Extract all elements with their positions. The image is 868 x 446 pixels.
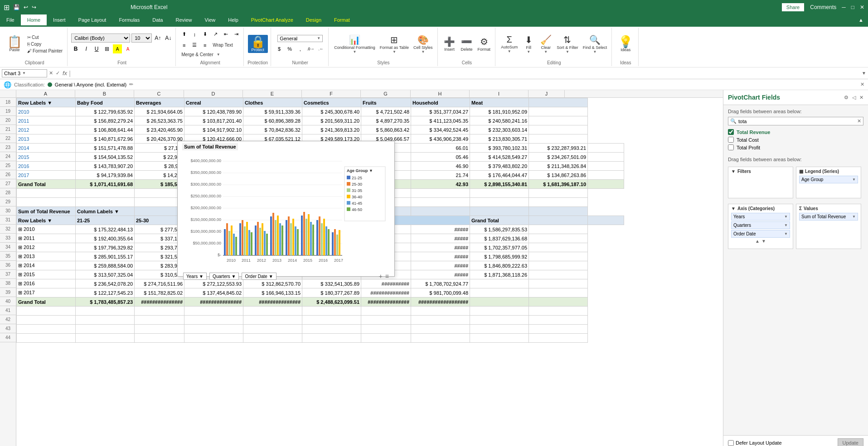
cell-33-9[interactable] (529, 234, 588, 243)
cell-43-3[interactable] (184, 325, 243, 334)
col-header-a[interactable]: A (16, 90, 75, 97)
font-family-select[interactable]: Calibri (Body) (71, 34, 130, 43)
cell-39-8[interactable] (470, 288, 529, 297)
insert-function-button[interactable]: fx (63, 70, 67, 77)
row-num-33[interactable]: 33 (0, 234, 16, 243)
cell-22-9[interactable] (529, 134, 588, 144)
cell-22-8[interactable]: $ 213,830,305.71 (470, 134, 529, 144)
insert-cells-button[interactable]: ➕ Insert (441, 35, 458, 53)
font-color-button[interactable]: A (123, 44, 132, 53)
cell-23-1[interactable]: $ 151,571,478.88 (76, 144, 135, 153)
cell-28-0[interactable] (17, 189, 76, 198)
cell-25-9[interactable]: $ 211,348,326.84 (529, 162, 588, 171)
cell-22-2[interactable]: $ 20,426,370.90 (135, 134, 184, 144)
comma-button[interactable]: , (296, 44, 305, 53)
cell-30-8[interactable] (470, 207, 529, 216)
cell-42-0[interactable] (17, 316, 76, 325)
tab-review[interactable]: Review (169, 14, 198, 27)
row-num-30[interactable]: 30 (0, 206, 16, 216)
cell-36-7[interactable]: ##### (411, 261, 470, 270)
cell-44-5[interactable] (302, 334, 361, 343)
cell-27-2[interactable]: $ 185,550 (135, 180, 184, 189)
classification-close-button[interactable]: ✕ (860, 82, 864, 87)
cell-32-8[interactable]: $ 1,586,297,835.53 (470, 225, 529, 234)
cell-41-5[interactable] (302, 307, 361, 316)
underline-button[interactable]: U (92, 44, 101, 53)
col-header-j[interactable]: J (529, 90, 565, 97)
cell-37-1[interactable]: $ 313,507,325.04 (76, 270, 135, 279)
cell-41-2[interactable] (135, 307, 184, 316)
pivot-field-total-revenue[interactable]: Total Revenue (728, 128, 863, 136)
cell-26-7[interactable]: 21.74 (411, 171, 470, 180)
axis-years-item[interactable]: Years ▼ (731, 213, 790, 221)
cell-39-4[interactable]: $ 166,946,133.15 (243, 288, 302, 297)
cell-44-7[interactable] (411, 334, 470, 343)
indent-decrease-button[interactable]: ⇤ (221, 30, 230, 39)
cell-19-7[interactable]: $ 351,377,034.27 (411, 107, 470, 116)
pivot-search-box[interactable]: 🔍 ✕ (728, 117, 863, 125)
defer-checkbox[interactable] (728, 440, 734, 446)
italic-button[interactable]: I (82, 44, 91, 53)
quarters-filter-button[interactable]: Quarters ▼ (209, 273, 239, 280)
axis-quarters-item[interactable]: Quarters ▼ (731, 221, 790, 229)
cell-21-0[interactable]: 2012 (17, 125, 76, 134)
col-header-h[interactable]: H (411, 90, 470, 97)
font-size-select[interactable]: 10 (131, 34, 152, 43)
cell-40-3[interactable]: ############### (184, 297, 243, 307)
cell-40-5[interactable]: $ 2,488,623,099.51 (302, 297, 361, 307)
cell-37-8[interactable]: $ 1,871,368,118.26 (470, 270, 529, 279)
cell-39-3[interactable]: $ 137,454,845.02 (184, 288, 243, 297)
cell-40-4[interactable]: ############### (243, 297, 302, 307)
text-direction-button[interactable]: ↗ (211, 30, 220, 39)
bold-button[interactable]: B (71, 44, 80, 53)
cell-43-7[interactable] (411, 325, 470, 334)
pivot-search-input[interactable] (738, 119, 855, 124)
quick-access-redo[interactable]: ↪ (32, 4, 36, 10)
pivot-settings-icon[interactable]: ⚙ (844, 95, 849, 101)
chart-filter-icon[interactable]: ≡ (385, 273, 389, 280)
cell-25-7[interactable]: 46.90 (411, 162, 470, 171)
cell-35-1[interactable]: $ 285,901,155.17 (76, 252, 135, 261)
order-date-dropdown[interactable]: ▼ (784, 232, 788, 236)
cell-21-3[interactable]: $ 104,917,902.10 (184, 125, 243, 134)
cell-44-3[interactable] (184, 334, 243, 343)
name-box-dropdown[interactable]: ▼ (22, 71, 26, 75)
cell-30-2[interactable] (135, 207, 184, 216)
tab-format[interactable]: Format (328, 14, 356, 27)
cell-26-1[interactable]: $ 94,179,939.84 (76, 171, 135, 180)
cell-26-0[interactable]: 2017 (17, 171, 76, 180)
cell-44-4[interactable] (243, 334, 302, 343)
cell-28-9[interactable] (529, 189, 588, 198)
row-num-32[interactable]: 32 (0, 225, 16, 234)
row-num-42[interactable]: 42 (0, 315, 16, 324)
cell-21-1[interactable]: $ 106,808,641.44 (76, 125, 135, 134)
cell-43-6[interactable] (361, 325, 411, 334)
cell-27-0[interactable]: Grand Total (17, 180, 76, 189)
cell-25-1[interactable]: $ 143,783,907.20 (76, 162, 135, 171)
col-header-e[interactable]: E (243, 90, 302, 97)
cell-32-0[interactable]: ⊞ 2010 (17, 225, 76, 234)
conditional-formatting-button[interactable]: 📊 Conditional Formatting ▼ (332, 34, 377, 55)
cell-25-2[interactable]: $ 28,93* (135, 162, 184, 171)
cell-39-1[interactable]: $ 122,127,545.23 (76, 288, 135, 297)
cell-43-9[interactable] (529, 325, 588, 334)
cell-36-1[interactable]: $ 259,888,584.00 (76, 261, 135, 270)
row-num-36[interactable]: 36 (0, 261, 16, 270)
align-center-button[interactable]: ☰ (190, 41, 199, 50)
col-header-d[interactable]: D (184, 90, 243, 97)
cell-40-1[interactable]: $ 1,783,485,857.23 (76, 297, 135, 307)
autosum-button[interactable]: Σ AutoSum ▼ (499, 34, 519, 54)
cell-33-8[interactable]: $ 1,837,629,136.68 (470, 234, 529, 243)
wrap-text-button[interactable]: Wrap Text (211, 42, 235, 48)
sum-dropdown[interactable]: ▼ (852, 215, 856, 219)
cell-44-8[interactable] (470, 334, 529, 343)
tab-home[interactable]: Home (21, 14, 47, 27)
cell-30-1[interactable]: Column Labels ▼ (76, 207, 135, 216)
cell-19-0[interactable]: 2010 (17, 107, 76, 116)
cell-41-1[interactable] (76, 307, 135, 316)
row-num-25[interactable]: 25 (0, 161, 16, 170)
cell-23-10[interactable] (588, 144, 624, 153)
row-num-35[interactable]: 35 (0, 252, 16, 261)
cell-44-2[interactable] (135, 334, 184, 343)
cell-29-9[interactable] (529, 198, 588, 207)
